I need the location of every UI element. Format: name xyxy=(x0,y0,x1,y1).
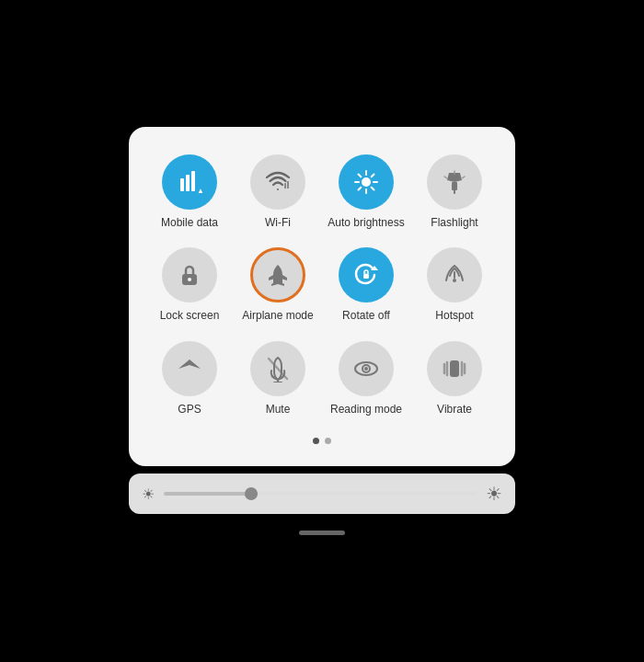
mute-icon xyxy=(250,341,305,396)
brightness-thumb[interactable] xyxy=(245,487,258,500)
svg-line-12 xyxy=(462,177,465,178)
lock-icon xyxy=(162,247,217,302)
svg-point-15 xyxy=(188,278,191,281)
tile-auto-brightness[interactable]: A Auto brightness xyxy=(324,149,408,234)
svg-rect-2 xyxy=(191,171,195,191)
dot-1 xyxy=(313,438,319,444)
quick-panel: ▲ Mobile data xyxy=(129,127,515,466)
auto-brightness-label: Auto brightness xyxy=(328,216,404,229)
tile-wifi[interactable]: Wi-Fi xyxy=(236,149,320,234)
svg-text:▲: ▲ xyxy=(197,187,202,195)
svg-rect-5 xyxy=(287,181,289,188)
lock-screen-label: Lock screen xyxy=(160,309,220,322)
vibrate-label: Vibrate xyxy=(437,403,472,416)
rotate-icon xyxy=(339,247,394,302)
mobile-data-icon: ▲ xyxy=(162,154,217,210)
tile-gps[interactable]: GPS xyxy=(147,336,232,421)
flashlight-icon xyxy=(427,154,482,210)
brightness-min-icon: ☀ xyxy=(142,485,155,503)
tile-rotate-off[interactable]: Rotate off xyxy=(324,242,408,327)
svg-rect-9 xyxy=(452,182,457,190)
svg-rect-26 xyxy=(450,360,459,377)
tiles-grid: ▲ Mobile data xyxy=(147,149,497,421)
auto-brightness-icon: A xyxy=(339,154,394,210)
tile-lock-screen[interactable]: Lock screen xyxy=(147,242,232,327)
tile-mute[interactable]: Mute xyxy=(236,336,320,421)
hotspot-icon xyxy=(427,247,482,302)
gps-label: GPS xyxy=(178,403,201,416)
svg-line-11 xyxy=(444,177,447,178)
handle-bar xyxy=(299,531,345,535)
device-container: ▲ Mobile data xyxy=(129,127,515,535)
airplane-mode-label: Airplane mode xyxy=(242,309,313,322)
reading-icon xyxy=(339,341,394,396)
page-dots xyxy=(147,438,497,444)
tile-reading-mode[interactable]: Reading mode xyxy=(324,336,408,421)
tile-vibrate[interactable]: Vibrate xyxy=(412,336,497,421)
gps-icon xyxy=(162,341,217,396)
tile-hotspot[interactable]: Hotspot xyxy=(412,242,497,327)
rotate-off-label: Rotate off xyxy=(342,309,390,322)
svg-rect-18 xyxy=(363,274,369,279)
airplane-icon xyxy=(250,247,305,302)
wifi-label: Wi-Fi xyxy=(265,216,291,229)
flashlight-label: Flashlight xyxy=(431,216,477,229)
brightness-max-icon: ☀ xyxy=(486,483,502,505)
mobile-data-label: Mobile data xyxy=(161,216,218,229)
brightness-track[interactable] xyxy=(164,492,477,496)
brightness-bar[interactable]: ☀ ☀ xyxy=(129,474,515,514)
svg-rect-4 xyxy=(284,183,286,188)
dot-2 xyxy=(325,438,331,444)
hotspot-label: Hotspot xyxy=(435,309,473,322)
vibrate-icon xyxy=(427,341,482,396)
wifi-icon xyxy=(250,154,305,210)
tile-mobile-data[interactable]: ▲ Mobile data xyxy=(147,149,232,234)
tile-flashlight[interactable]: Flashlight xyxy=(412,149,497,234)
tile-airplane-mode[interactable]: Airplane mode xyxy=(236,242,320,327)
svg-point-25 xyxy=(364,367,368,371)
svg-point-19 xyxy=(453,279,456,282)
svg-rect-0 xyxy=(180,178,184,191)
mute-label: Mute xyxy=(266,403,291,416)
svg-rect-1 xyxy=(186,175,190,191)
svg-text:A: A xyxy=(362,177,369,187)
reading-mode-label: Reading mode xyxy=(330,403,402,416)
